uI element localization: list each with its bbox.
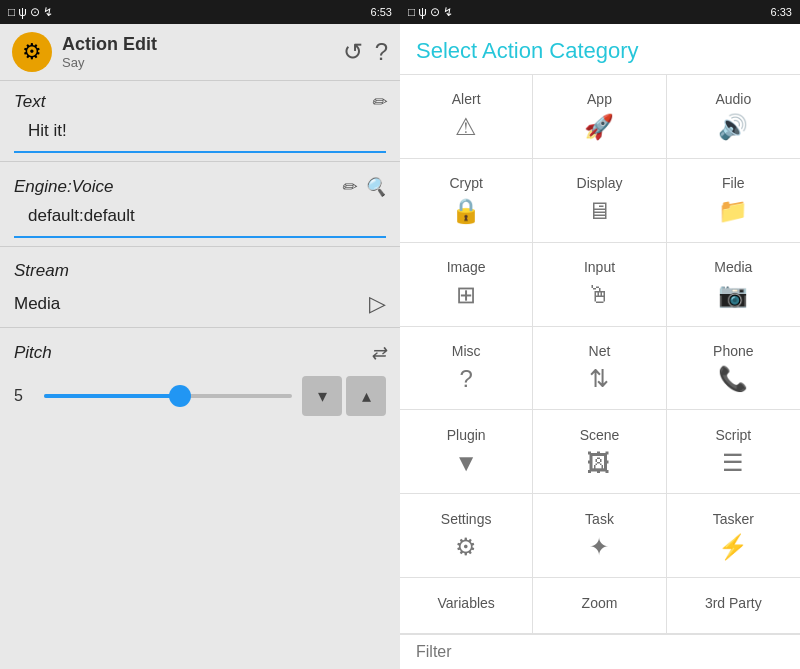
category-icon-scene: 🖼 xyxy=(587,449,611,477)
category-label-alert: Alert xyxy=(452,91,481,107)
engine-section-label: Engine:Voice ✏ 🔍 xyxy=(0,166,400,202)
header-title-group: ⚙ Action Edit Say xyxy=(12,32,157,72)
category-label-input: Input xyxy=(584,259,615,275)
page-title: Action Edit xyxy=(62,34,157,55)
category-cell-image[interactable]: Image⊞ xyxy=(400,243,533,327)
slider-down-button[interactable]: ▾ xyxy=(302,376,342,416)
engine-icons: ✏ 🔍 xyxy=(341,176,386,198)
category-cell-settings[interactable]: Settings⚙ xyxy=(400,494,533,578)
edit-icon[interactable]: ✏ xyxy=(371,91,386,113)
slider-buttons: ▾ ▴ xyxy=(302,376,386,416)
pitch-section-label: Pitch ⇄ xyxy=(0,332,400,368)
category-icon-audio: 🔊 xyxy=(718,113,748,141)
engine-label: Engine:Voice xyxy=(14,177,114,197)
category-cell-misc[interactable]: Misc? xyxy=(400,327,533,411)
text-label: Text xyxy=(14,92,46,112)
category-icon-app: 🚀 xyxy=(584,113,614,141)
pitch-slider-row: 5 ▾ ▴ xyxy=(0,368,400,424)
pitch-label: Pitch xyxy=(14,343,52,363)
category-cell-script[interactable]: Script☰ xyxy=(667,410,800,494)
category-cell-zoom[interactable]: Zoom xyxy=(533,578,666,634)
right-status-icons: 6:53 xyxy=(371,6,392,18)
category-icon-media: 📷 xyxy=(718,281,748,309)
right-status-right: 6:33 xyxy=(771,6,792,18)
left-header: ⚙ Action Edit Say ↺ ? xyxy=(0,24,400,81)
right-time-display: 6:33 xyxy=(771,6,792,18)
category-label-app: App xyxy=(587,91,612,107)
bolt-icon: ↯ xyxy=(43,5,53,19)
categories-grid: Alert⚠App🚀Audio🔊Crypt🔒Display🖥File📁Image… xyxy=(400,75,800,634)
category-cell-3rd-party[interactable]: 3rd Party xyxy=(667,578,800,634)
category-label-crypt: Crypt xyxy=(449,175,482,191)
category-title: Select Action Category xyxy=(416,38,784,64)
category-cell-plugin[interactable]: Plugin▼ xyxy=(400,410,533,494)
category-icon-net: ⇅ xyxy=(589,365,609,393)
right-status-left: □ ψ ⊙ ↯ xyxy=(408,5,453,19)
category-label-task: Task xyxy=(585,511,614,527)
category-label-variables: Variables xyxy=(438,595,495,611)
slider-fill xyxy=(44,394,180,398)
category-cell-alert[interactable]: Alert⚠ xyxy=(400,75,533,159)
shuffle-icon[interactable]: ⇄ xyxy=(371,342,386,364)
left-status-icons: □ ψ ⊙ ↯ xyxy=(8,5,53,19)
app-icon: ⚙ xyxy=(12,32,52,72)
stream-field[interactable]: Media ▷ xyxy=(0,285,400,323)
category-cell-display[interactable]: Display🖥 xyxy=(533,159,666,243)
reset-button[interactable]: ↺ xyxy=(343,38,363,66)
category-cell-media[interactable]: Media📷 xyxy=(667,243,800,327)
engine-search-icon[interactable]: 🔍 xyxy=(364,176,386,198)
category-label-file: File xyxy=(722,175,745,191)
category-icon-input: 🖱 xyxy=(587,281,611,309)
category-icon-task: ✦ xyxy=(589,533,609,561)
category-icon-settings: ⚙ xyxy=(455,533,477,561)
filter-input[interactable] xyxy=(416,643,784,661)
category-cell-net[interactable]: Net⇅ xyxy=(533,327,666,411)
filter-bar xyxy=(400,634,800,669)
category-label-audio: Audio xyxy=(715,91,751,107)
text-section-label: Text ✏ xyxy=(0,81,400,117)
category-label-misc: Misc xyxy=(452,343,481,359)
text-icons: ✏ xyxy=(371,91,386,113)
stream-section-label: Stream xyxy=(0,251,400,285)
category-cell-audio[interactable]: Audio🔊 xyxy=(667,75,800,159)
stream-arrow-icon: ▷ xyxy=(369,291,386,317)
pitch-slider[interactable] xyxy=(44,386,292,406)
category-label-script: Script xyxy=(715,427,751,443)
category-label-scene: Scene xyxy=(580,427,620,443)
square-icon: □ xyxy=(8,5,15,19)
help-button[interactable]: ? xyxy=(375,38,388,66)
category-icon-script: ☰ xyxy=(722,449,744,477)
left-content: Text ✏ Hit it! Engine:Voice ✏ 🔍 default:… xyxy=(0,81,400,669)
text-value[interactable]: Hit it! xyxy=(14,117,386,153)
category-cell-app[interactable]: App🚀 xyxy=(533,75,666,159)
category-cell-file[interactable]: File📁 xyxy=(667,159,800,243)
category-cell-tasker[interactable]: Tasker⚡ xyxy=(667,494,800,578)
category-label-phone: Phone xyxy=(713,343,753,359)
slider-thumb[interactable] xyxy=(169,385,191,407)
right-status-bar: □ ψ ⊙ ↯ 6:33 xyxy=(400,0,800,24)
time-display: 6:53 xyxy=(371,6,392,18)
category-label-zoom: Zoom xyxy=(582,595,618,611)
category-cell-input[interactable]: Input🖱 xyxy=(533,243,666,327)
category-icon-file: 📁 xyxy=(718,197,748,225)
slider-up-button[interactable]: ▴ xyxy=(346,376,386,416)
page-subtitle: Say xyxy=(62,55,157,70)
category-cell-task[interactable]: Task✦ xyxy=(533,494,666,578)
r-bolt-icon: ↯ xyxy=(443,5,453,19)
engine-edit-icon[interactable]: ✏ xyxy=(341,176,356,198)
right-panel: □ ψ ⊙ ↯ 6:33 Select Action Category Aler… xyxy=(400,0,800,669)
category-cell-phone[interactable]: Phone📞 xyxy=(667,327,800,411)
r-usb-icon: ψ xyxy=(418,5,427,19)
divider-2 xyxy=(0,246,400,247)
category-cell-scene[interactable]: Scene🖼 xyxy=(533,410,666,494)
engine-value[interactable]: default:default xyxy=(14,202,386,238)
category-cell-variables[interactable]: Variables xyxy=(400,578,533,634)
category-icon-image: ⊞ xyxy=(456,281,476,309)
usb-icon: ψ xyxy=(18,5,27,19)
category-cell-crypt[interactable]: Crypt🔒 xyxy=(400,159,533,243)
pitch-icons: ⇄ xyxy=(371,342,386,364)
android-icon: ⊙ xyxy=(30,5,40,19)
category-icon-tasker: ⚡ xyxy=(718,533,748,561)
category-icon-display: 🖥 xyxy=(587,197,611,225)
category-icon-plugin: ▼ xyxy=(454,449,478,477)
